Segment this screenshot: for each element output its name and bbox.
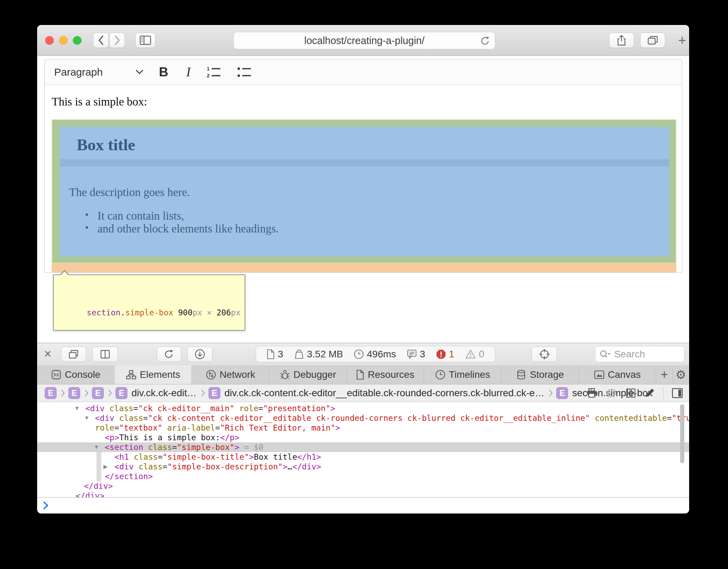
transfer-size[interactable]: 3.52 MB (294, 349, 343, 360)
dom-tree-row[interactable]: </div> (37, 491, 689, 497)
tab-debugger[interactable]: Debugger (269, 365, 347, 384)
address-bar[interactable]: localhost/creating-a-plugin/ (234, 32, 495, 49)
editor-paragraph[interactable]: This is a simple box: (52, 95, 147, 108)
editor-editable-area[interactable]: This is a simple box: Box title The desc… (44, 85, 682, 273)
breadcrumb-item[interactable]: E div.ck.ck-content.ck-editor__editable.… (209, 387, 544, 399)
print-styles-icon[interactable] (586, 388, 597, 398)
breadcrumb-item[interactable]: E (68, 387, 80, 399)
download-page-button[interactable] (187, 347, 212, 362)
tab-storage[interactable]: Storage (501, 365, 579, 384)
element-badge-icon: E (556, 387, 568, 399)
simple-box-title[interactable]: Box title (77, 135, 135, 154)
devtools-settings-button[interactable]: ⚙ (673, 365, 689, 384)
chevron-left-icon (98, 35, 104, 45)
tab-elements[interactable]: Elements (115, 365, 192, 384)
database-icon (516, 370, 526, 380)
console-prompt-icon (43, 501, 49, 510)
devtools-tab-bar: Console Elements Netw (37, 365, 689, 384)
search-input[interactable] (613, 348, 670, 360)
simple-box-description[interactable]: The description goes here. (69, 186, 190, 199)
dom-tree-row[interactable]: ▼<div class="ck ck-content ck-editor__ed… (37, 413, 689, 423)
console-icon (51, 370, 61, 380)
bullet-icon: • (85, 222, 89, 233)
tab-console[interactable]: Console (37, 365, 115, 384)
close-window-button[interactable] (45, 36, 54, 45)
dom-row-code: </section> (37, 472, 689, 481)
disclosure-open-icon[interactable]: ▼ (74, 404, 80, 413)
tooltip-selector-tag: section (87, 308, 120, 317)
dom-tree-rows: ▼<div class="ck ck-editor__main" role="p… (37, 404, 689, 497)
chevron-right-icon (549, 389, 553, 397)
reload-page-button[interactable] (157, 347, 181, 362)
svg-text:2: 2 (207, 73, 210, 78)
inspector-highlight-gap (60, 159, 669, 167)
forward-button[interactable] (109, 33, 125, 48)
detach-window-icon (68, 349, 79, 359)
element-badge-icon: E (92, 387, 104, 399)
chevron-down-icon[interactable] (136, 70, 143, 74)
tab-resources[interactable]: Resources (347, 365, 424, 384)
paragraph-dropdown[interactable]: Paragraph (54, 66, 103, 78)
new-tab-button[interactable]: + (675, 33, 689, 48)
inspector-content-highlight-description: The description goes here. • It can cont… (60, 167, 669, 256)
sidebar-button[interactable] (135, 33, 155, 48)
warning-count[interactable]: 0 (465, 349, 484, 360)
list-item[interactable]: • It can contain lists, (98, 210, 184, 222)
italic-button[interactable]: I (186, 65, 191, 79)
dom-row-code: role="textbox" aria-label="Rich Text Edi… (37, 423, 689, 433)
element-picker-button[interactable] (532, 347, 557, 362)
breadcrumb-item[interactable]: E (92, 387, 104, 399)
breadcrumb-item[interactable]: E (45, 387, 57, 399)
dom-tree-row[interactable]: </div> (37, 481, 689, 491)
show-all-tabs-button[interactable] (640, 33, 665, 48)
minimize-window-button[interactable] (59, 36, 68, 45)
bold-button[interactable]: B (159, 65, 168, 79)
dom-row-code: </div> (37, 491, 689, 497)
file-icon (356, 370, 364, 380)
dom-tree-row[interactable]: role="textbox" aria-label="Rich Text Edi… (37, 423, 689, 433)
element-badge-icon: E (116, 387, 127, 399)
back-button[interactable] (93, 33, 109, 48)
layout-grid-icon[interactable] (626, 388, 636, 398)
tab-network[interactable]: Network (192, 365, 269, 384)
dom-tree-row[interactable]: <h1 class="simple-box-title">Box title</… (37, 452, 689, 462)
zoom-window-button[interactable] (73, 36, 82, 45)
dom-row-code: </div> (37, 481, 689, 491)
paint-brush-icon[interactable] (644, 388, 655, 398)
breadcrumb-item[interactable]: E div.ck.ck-edit… (116, 387, 197, 399)
reload-icon[interactable] (480, 36, 490, 46)
dock-to-window-button[interactable] (61, 347, 86, 362)
dom-tree-row[interactable]: </section> (37, 472, 689, 481)
dom-tree-row-selected[interactable]: ▼<section class="simple-box"> = $0 (37, 442, 689, 452)
dock-side-button[interactable] (92, 347, 118, 362)
document-count[interactable]: 3 (266, 349, 283, 360)
new-tab-plus-button[interactable]: + (656, 365, 673, 384)
tab-canvas[interactable]: Canvas (579, 365, 656, 384)
editor-toolbar: Paragraph B I 1 2 (44, 59, 682, 85)
dom-tree-panel[interactable]: ▼<div class="ck ck-editor__main" role="p… (37, 402, 689, 497)
numbered-list-icon[interactable]: 1 2 (206, 66, 221, 78)
list-item[interactable]: • and other block elements like headings… (98, 222, 279, 235)
share-button[interactable] (609, 33, 634, 48)
devtools-search-field[interactable] (595, 346, 685, 362)
dom-tree-row[interactable]: <p>This is a simple box:</p> (37, 433, 689, 442)
code-brackets-icon[interactable] (606, 388, 617, 398)
error-count[interactable]: 1 (436, 349, 455, 360)
dom-tree-row[interactable]: ▶<div class="simple-box-description">…</… (37, 462, 689, 472)
dom-tree-row[interactable]: ▼<div class="ck ck-editor__main" role="p… (37, 404, 689, 413)
load-time[interactable]: 496ms (354, 349, 396, 360)
warning-triangle-icon (465, 349, 476, 359)
dom-breadcrumb-bar: E E E E div.ck.ck-edit… E div.ck.ck-cont… (37, 384, 689, 402)
dom-tree-scrollbar[interactable] (680, 404, 684, 463)
disclosure-open-icon[interactable]: ▼ (94, 443, 99, 451)
tab-timelines[interactable]: Timelines (424, 365, 501, 384)
chevron-right-icon (201, 389, 205, 397)
disclosure-closed-icon[interactable]: ▶ (103, 462, 108, 471)
disclosure-open-icon[interactable]: ▼ (84, 414, 90, 422)
console-message-count[interactable]: 3 (407, 349, 425, 360)
bulleted-list-icon[interactable] (237, 66, 252, 78)
quick-console-bar[interactable] (37, 497, 689, 513)
network-icon (206, 370, 216, 380)
details-sidebar-toggle-icon[interactable] (672, 388, 683, 398)
close-devtools-button[interactable]: × (44, 346, 51, 362)
